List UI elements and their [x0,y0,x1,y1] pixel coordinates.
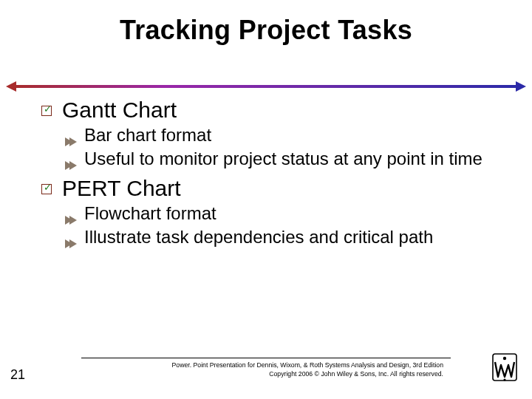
arrow-bullet-icon [65,154,78,176]
svg-point-10 [503,378,505,381]
list-item-text: Bar chart format [84,125,211,145]
slide-title: Tracking Project Tasks [0,15,532,46]
svg-marker-3 [69,161,77,170]
sub-list-gantt: Bar chart format Useful to monitor proje… [84,124,494,170]
list-item-text: Flowchart format [84,203,216,223]
svg-marker-1 [69,137,77,146]
heading-gantt: ✓ Gantt Chart [62,98,494,123]
list-item: Useful to monitor project status at any … [84,148,494,170]
svg-marker-7 [69,239,77,248]
svg-marker-5 [69,216,77,225]
wiley-logo [491,352,519,383]
arrow-bullet-icon [65,208,78,231]
heading-pert: ✓ PERT Chart [62,176,494,201]
section-pert: ✓ PERT Chart Flowchart format Illustrate… [50,176,494,248]
checkbox-icon: ✓ [41,184,52,194]
arrow-right-head [516,81,526,92]
page-number: 21 [10,367,25,383]
divider-arrow [7,83,525,90]
list-item: Illustrate task dependencies and critica… [84,226,494,248]
heading-text: PERT Chart [62,176,181,200]
slide: Tracking Project Tasks ✓ Gantt Chart Bar… [0,0,532,399]
list-item-text: Useful to monitor project status at any … [84,149,482,168]
section-gantt: ✓ Gantt Chart Bar chart format Useful to… [50,98,494,170]
arrow-bullet-icon [65,130,78,152]
list-item-text: Illustrate task dependencies and critica… [84,227,433,247]
footer-line-1: Power. Point Presentation for Dennis, Wi… [111,361,443,369]
arrow-bullet-icon [65,232,78,254]
list-item: Bar chart format [84,124,494,146]
sub-list-pert: Flowchart format Illustrate task depende… [84,202,494,248]
footer: Power. Point Presentation for Dennis, Wi… [111,358,443,378]
list-item: Flowchart format [84,202,494,225]
footer-divider [81,358,451,358]
heading-text: Gantt Chart [62,98,177,122]
checkbox-icon: ✓ [41,106,52,116]
footer-line-2: Copyright 2006 © John Wiley & Sons, Inc.… [111,369,443,378]
arrow-bar [15,85,517,88]
svg-point-9 [503,357,506,360]
content-area: ✓ Gantt Chart Bar chart format Useful to… [50,96,494,254]
